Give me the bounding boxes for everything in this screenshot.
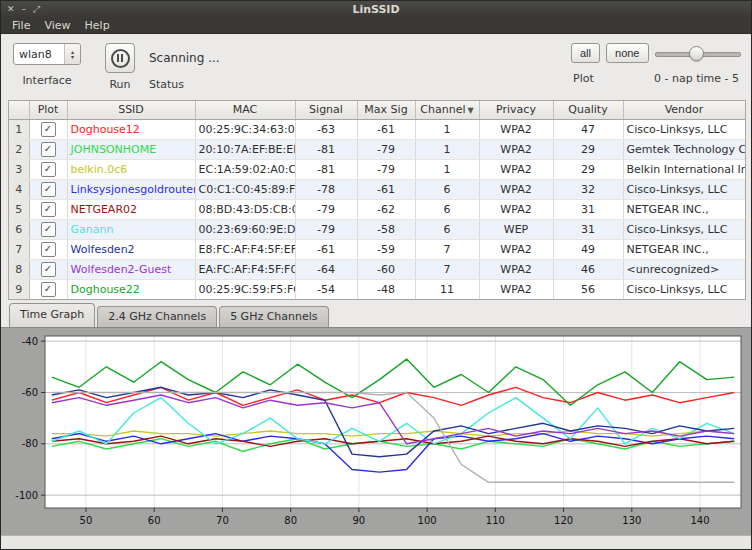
- col-vendor[interactable]: Vendor: [623, 101, 745, 119]
- col-mac[interactable]: MAC: [195, 101, 295, 119]
- channel-cell: 6: [415, 219, 479, 239]
- table-row: 3✓belkin.0c6EC:1A:59:02:A0:C6-81-791WPA2…: [9, 159, 745, 179]
- ssid-cell: Wolfesden2-Guest: [67, 259, 195, 279]
- quality-cell: 46: [553, 259, 623, 279]
- channel-cell: 11: [415, 279, 479, 299]
- x-axis-tick-label: 130: [622, 515, 641, 526]
- mac-cell: EA:FC:AF:F4:5F:F0: [195, 259, 295, 279]
- plot-none-button[interactable]: none: [606, 43, 648, 63]
- privacy-cell: WPA2: [479, 159, 553, 179]
- col-privacy[interactable]: Privacy: [479, 101, 553, 119]
- quality-cell: 47: [553, 119, 623, 139]
- minimize-icon[interactable]: –: [22, 1, 27, 18]
- plot-controls: all none Plot 0 - nap time - 5: [571, 43, 741, 85]
- channel-cell: 1: [415, 119, 479, 139]
- table-row: 4✓LinksysjonesgoldrouterC0:C1:C0:45:89:F…: [9, 179, 745, 199]
- privacy-cell: WPA2: [479, 259, 553, 279]
- signal-cell: -79: [295, 219, 357, 239]
- plot-checkbox[interactable]: ✓: [41, 202, 56, 217]
- quality-cell: 31: [553, 219, 623, 239]
- interface-select[interactable]: wlan8 ▴▾: [13, 43, 81, 65]
- close-icon[interactable]: ✕: [7, 1, 15, 18]
- window-controls: ✕ – ⤢: [1, 1, 40, 18]
- signal-cell: -63: [295, 119, 357, 139]
- network-table-body: 1✓Doghouse1200:25:9C:34:63:06-63-611WPA2…: [9, 119, 745, 299]
- toolbar: wlan8 ▴▾ Interface Run Scanning ... Stat…: [1, 34, 751, 98]
- maximize-icon[interactable]: ⤢: [33, 1, 40, 18]
- nap-time-slider[interactable]: [655, 43, 742, 63]
- plot-cell: ✓: [29, 119, 67, 139]
- vendor-cell: Cisco-Linksys, LLC: [623, 179, 745, 199]
- spinner-arrows-icon[interactable]: ▴▾: [64, 44, 80, 64]
- plot-checkbox[interactable]: ✓: [41, 182, 56, 197]
- max-sig-cell: -48: [357, 279, 415, 299]
- row-number: 1: [9, 119, 29, 139]
- menu-file[interactable]: File: [5, 18, 37, 34]
- x-axis-tick-label: 110: [486, 515, 505, 526]
- row-number: 2: [9, 139, 29, 159]
- plot-cell: ✓: [29, 199, 67, 219]
- col-signal[interactable]: Signal: [295, 101, 357, 119]
- vendor-cell: Gemtek Technology C...: [623, 139, 745, 159]
- plot-all-button[interactable]: all: [571, 43, 600, 63]
- vendor-cell: <unrecognized>: [623, 259, 745, 279]
- signal-cell: -79: [295, 199, 357, 219]
- quality-cell: 29: [553, 159, 623, 179]
- plot-cell: ✓: [29, 159, 67, 179]
- table-row: 8✓Wolfesden2-GuestEA:FC:AF:F4:5F:F0-64-6…: [9, 259, 745, 279]
- quality-cell: 56: [553, 279, 623, 299]
- plot-checkbox[interactable]: ✓: [41, 142, 56, 157]
- max-sig-cell: -79: [357, 139, 415, 159]
- tab-time-graph[interactable]: Time Graph: [9, 303, 95, 327]
- col-ssid[interactable]: SSID: [67, 101, 195, 119]
- plot-cell: ✓: [29, 139, 67, 159]
- interface-value: wlan8: [14, 48, 64, 61]
- plot-checkbox[interactable]: ✓: [41, 222, 56, 237]
- quality-cell: 49: [553, 239, 623, 259]
- vendor-cell: Belkin International Inc: [623, 159, 745, 179]
- vendor-cell: NETGEAR INC.,: [623, 199, 745, 219]
- pause-icon: [111, 49, 130, 68]
- col-quality[interactable]: Quality: [553, 101, 623, 119]
- slider-knob[interactable]: [689, 46, 704, 61]
- channel-cell: 7: [415, 239, 479, 259]
- col-channel[interactable]: Channel▼: [415, 101, 479, 119]
- privacy-cell: WPA2: [479, 239, 553, 259]
- col-plot[interactable]: Plot: [29, 101, 67, 119]
- menu-view[interactable]: View: [37, 18, 77, 34]
- row-number: 4: [9, 179, 29, 199]
- privacy-cell: WPA2: [479, 179, 553, 199]
- tab-5ghz-channels[interactable]: 5 GHz Channels: [219, 306, 328, 327]
- max-sig-cell: -60: [357, 259, 415, 279]
- max-sig-cell: -58: [357, 219, 415, 239]
- plot-checkbox[interactable]: ✓: [41, 162, 56, 177]
- menu-help[interactable]: Help: [78, 18, 117, 34]
- plot-checkbox[interactable]: ✓: [41, 122, 56, 137]
- vendor-cell: Cisco-Linksys, LLC: [623, 279, 745, 299]
- run-button[interactable]: [105, 43, 135, 73]
- table-row: 9✓Doghouse2200:25:9C:59:F5:FC-54-4811WPA…: [9, 279, 745, 299]
- graph-tabbar: Time Graph 2.4 GHz Channels 5 GHz Channe…: [9, 303, 331, 327]
- linssid-window: ✕ – ⤢ LinSSID File View Help wlan8 ▴▾ In…: [0, 0, 752, 550]
- plot-cell: ✓: [29, 279, 67, 299]
- signal-cell: -54: [295, 279, 357, 299]
- max-sig-cell: -62: [357, 199, 415, 219]
- mac-cell: 00:23:69:60:9E:DB: [195, 219, 295, 239]
- mac-cell: C0:C1:C0:45:89:F8: [195, 179, 295, 199]
- privacy-cell: WPA2: [479, 119, 553, 139]
- plot-checkbox[interactable]: ✓: [41, 262, 56, 277]
- tab-24ghz-channels[interactable]: 2.4 GHz Channels: [97, 306, 217, 327]
- nap-time-label: 0 - nap time - 5: [654, 72, 739, 85]
- plot-cell: ✓: [29, 239, 67, 259]
- mac-cell: 08:BD:43:D5:CB:03: [195, 199, 295, 219]
- run-group: Run: [105, 43, 135, 91]
- privacy-cell: WEP: [479, 219, 553, 239]
- plot-checkbox[interactable]: ✓: [41, 282, 56, 297]
- signal-cell: -81: [295, 139, 357, 159]
- table-row: 5✓NETGEAR0208:BD:43:D5:CB:03-79-626WPA23…: [9, 199, 745, 219]
- plot-checkbox[interactable]: ✓: [41, 242, 56, 257]
- ssid-cell: NETGEAR02: [67, 199, 195, 219]
- privacy-cell: WPA2: [479, 199, 553, 219]
- x-axis-tick-label: 50: [80, 515, 93, 526]
- col-max-sig[interactable]: Max Sig: [357, 101, 415, 119]
